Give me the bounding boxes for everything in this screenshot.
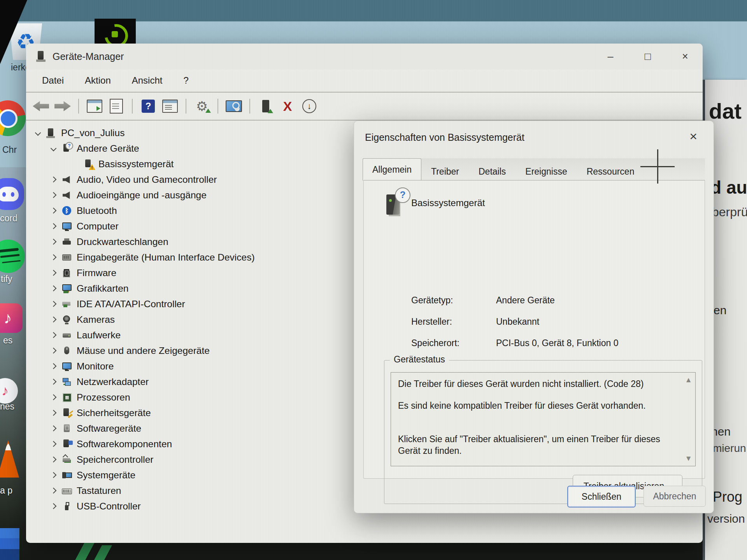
itunes-label: nes [0, 401, 14, 412]
background-text-fragment: en [714, 304, 726, 317]
device-manager-app-icon [36, 51, 47, 62]
chevron-right-icon[interactable] [48, 267, 60, 279]
maximize-button[interactable]: □ [641, 51, 654, 63]
back-button[interactable] [32, 98, 49, 115]
minimize-button[interactable]: – [604, 51, 617, 63]
field-value: PCI-Bus 0, Gerät 8, Funktion 0 [496, 338, 618, 348]
tree-item-label: Kameras [77, 314, 115, 325]
chevron-right-icon[interactable] [48, 345, 60, 357]
scan-hardware-button[interactable] [225, 98, 242, 115]
chevron-right-icon[interactable] [48, 329, 60, 341]
chevron-none [70, 158, 81, 170]
chevron-right-icon[interactable] [48, 407, 60, 419]
help-button[interactable] [140, 98, 157, 115]
properties-button[interactable] [108, 98, 125, 115]
background-text-fragment: mierun [713, 442, 746, 455]
red-x-icon [283, 100, 292, 113]
chevron-right-icon[interactable] [48, 360, 60, 372]
menu-item-ansicht[interactable]: Ansicht [121, 75, 173, 86]
discord-icon[interactable] [0, 178, 24, 210]
menu-item-datei[interactable]: Datei [32, 75, 74, 86]
chip-icon [62, 268, 72, 278]
scroll-down-icon[interactable]: ▼ [685, 454, 692, 463]
help-icon [142, 100, 155, 113]
chevron-right-icon[interactable] [48, 423, 60, 434]
speaker-icon [62, 190, 72, 200]
chevron-right-icon[interactable] [48, 485, 60, 497]
chevron-right-icon[interactable] [48, 205, 60, 217]
chevron-right-icon[interactable] [48, 298, 60, 310]
tree-item-label: Systemgeräte [77, 470, 135, 481]
toolbar-separator [186, 99, 186, 114]
tree-item-label: Tastaturen [77, 485, 121, 496]
chevron-right-icon[interactable] [48, 252, 60, 263]
chevron-right-icon[interactable] [48, 314, 60, 326]
device-name: Basissystemgerät [411, 198, 485, 208]
toolbar [26, 93, 703, 121]
chevron-down-icon[interactable] [32, 127, 44, 139]
tree-item-label: Basissystemgerät [98, 159, 174, 170]
chevron-down-icon[interactable] [48, 143, 60, 154]
apple-music-icon[interactable]: ♪ [0, 303, 23, 333]
tab-details[interactable]: Details [469, 162, 516, 181]
device-status-text[interactable]: Die Treiber für dieses Gerät wurden nich… [391, 372, 696, 466]
show-console-tree-button[interactable] [86, 98, 103, 115]
menu-item-?[interactable]: ? [173, 75, 199, 86]
chevron-right-icon[interactable] [48, 500, 60, 512]
disable-device-button[interactable] [301, 98, 318, 115]
chevron-right-icon[interactable] [48, 220, 60, 232]
chevron-right-icon[interactable] [48, 283, 60, 294]
tree-item-label: USB-Controller [77, 501, 141, 512]
vlc-label: a p [0, 485, 12, 496]
tree-item-label: Softwarekomponenten [77, 439, 172, 450]
tab-treiber[interactable]: Treiber [421, 162, 469, 181]
menu-item-aktion[interactable]: Aktion [74, 75, 121, 86]
hid-icon [62, 252, 72, 262]
action-pane-button[interactable] [161, 98, 179, 115]
field-row: Hersteller:Unbekannt [411, 317, 539, 327]
tab-ereignisse[interactable]: Ereignisse [516, 162, 577, 181]
tree-item-label: Audio, Video und Gamecontroller [77, 174, 217, 185]
properties-dialog: Eigenschaften von Basissystemgerät × All… [354, 121, 714, 513]
tree-item-label: Computer [77, 221, 119, 232]
scroll-up-icon[interactable]: ▲ [685, 376, 692, 384]
tree-item-label: Audioeingänge und -ausgänge [77, 190, 207, 201]
tab-strip: AllgemeinTreiberDetailsEreignisseRessour… [363, 158, 705, 181]
system-icon [62, 470, 72, 480]
tree-item-label: IDE ATA/ATAPI-Controller [77, 299, 185, 310]
close-button[interactable]: × [679, 51, 692, 63]
tab-ressourcen[interactable]: Ressourcen [577, 162, 644, 181]
chevron-right-icon[interactable] [48, 454, 60, 466]
cpu-icon [62, 392, 72, 402]
update-driver-button[interactable] [193, 98, 210, 115]
network-icon [62, 377, 72, 387]
mouse-icon [62, 346, 72, 356]
drive-icon [62, 330, 72, 340]
title-bar[interactable]: Geräte-Manager – □ × [26, 44, 703, 69]
dialog-close-button[interactable]: × [689, 130, 697, 143]
properties-icon [110, 99, 123, 114]
tab-allgemein[interactable]: Allgemein [363, 158, 421, 181]
keyboard-icon [62, 486, 72, 496]
tree-item-label: Firmware [77, 268, 116, 278]
schliessen-button[interactable]: Schließen [567, 486, 636, 508]
tree-item-label: Sicherheitsgeräte [77, 408, 151, 418]
add-drivers-button[interactable] [257, 98, 274, 115]
chevron-right-icon[interactable] [48, 174, 60, 186]
uninstall-device-button[interactable] [279, 98, 296, 115]
forward-button[interactable] [54, 98, 71, 115]
tree-item-label: Eingabegeräte (Human Interface Devices) [77, 252, 255, 263]
monitor-icon [62, 221, 72, 231]
chevron-right-icon[interactable] [48, 392, 60, 403]
background-text-fragment: dat [709, 98, 742, 124]
menu-bar: DateiAktionAnsicht? [26, 69, 703, 93]
tab-page-allgemein: Basissystemgerät Gerätetyp:Andere Geräte… [363, 180, 705, 479]
tree-item-label: PC_von_Julius [61, 128, 124, 138]
chevron-right-icon[interactable] [48, 236, 60, 248]
chevron-right-icon[interactable] [48, 189, 60, 201]
minecraft-icon[interactable] [0, 528, 19, 560]
chevron-right-icon[interactable] [48, 438, 60, 450]
chevron-right-icon[interactable] [48, 376, 60, 388]
chevron-right-icon[interactable] [48, 469, 60, 481]
abbrechen-button[interactable]: Abbrechen [644, 486, 706, 507]
